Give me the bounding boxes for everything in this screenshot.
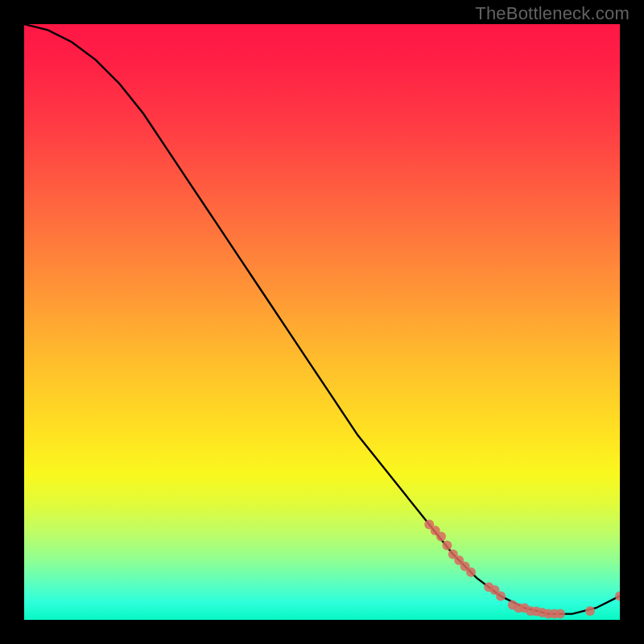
watermark-text: TheBottleneck.com — [475, 3, 630, 24]
marker-point — [615, 591, 620, 601]
marker-point — [585, 606, 595, 616]
marker-point — [496, 591, 506, 601]
chart-canvas — [24, 24, 620, 620]
chart-svg — [24, 24, 620, 620]
marker-point — [442, 541, 452, 551]
curve-markers — [424, 520, 620, 619]
marker-point — [466, 568, 476, 577]
marker-point — [555, 609, 565, 619]
bottleneck-curve — [24, 24, 620, 614]
marker-point — [436, 531, 446, 541]
